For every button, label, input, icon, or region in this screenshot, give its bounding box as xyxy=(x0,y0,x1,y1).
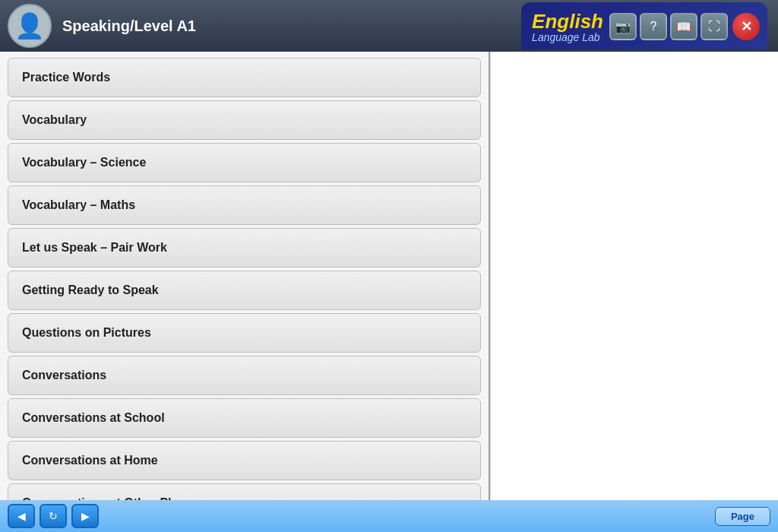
avatar-icon: 👤 xyxy=(14,11,45,40)
menu-item-4[interactable]: Let us Speak – Pair Work xyxy=(8,228,481,268)
menu-item-9[interactable]: Conversations at Home xyxy=(8,441,481,480)
right-panel xyxy=(490,52,778,532)
main-content: Practice WordsVocabularyVocabulary – Sci… xyxy=(0,52,778,532)
left-panel: Practice WordsVocabularyVocabulary – Sci… xyxy=(0,52,490,532)
footer: ◀ ↻ ▶ Page xyxy=(0,500,778,532)
brand-area: English Language Lab 📷 ? 📖 ⛶ ✕ xyxy=(521,2,767,49)
menu-item-8[interactable]: Conversations at School xyxy=(8,398,481,438)
refresh-icon: ↻ xyxy=(49,510,58,522)
menu-item-2[interactable]: Vocabulary – Science xyxy=(8,143,481,182)
prev-icon: ◀ xyxy=(17,510,26,522)
prev-button[interactable]: ◀ xyxy=(8,504,35,528)
help-button[interactable]: ? xyxy=(640,13,667,40)
menu-item-6[interactable]: Questions on Pictures xyxy=(8,313,481,353)
brand-text: English Language Lab xyxy=(532,11,603,43)
fullscreen-button[interactable]: ⛶ xyxy=(701,13,728,40)
menu-item-7[interactable]: Conversations xyxy=(8,356,481,395)
nav-buttons: ◀ ↻ ▶ xyxy=(8,504,99,528)
brand-english: English xyxy=(532,11,603,33)
brand-lab: Language Lab xyxy=(532,32,600,43)
help-icon: ? xyxy=(650,20,657,33)
fullscreen-icon: ⛶ xyxy=(708,20,720,33)
next-icon: ▶ xyxy=(81,510,90,522)
close-icon: ✕ xyxy=(741,18,752,35)
close-button[interactable]: ✕ xyxy=(732,13,760,40)
camera-button[interactable]: 📷 xyxy=(609,13,637,40)
book-icon: 📖 xyxy=(676,20,691,34)
menu-item-3[interactable]: Vocabulary – Maths xyxy=(8,185,481,225)
toolbar-icons: 📷 ? 📖 ⛶ ✕ xyxy=(609,13,760,40)
camera-icon: 📷 xyxy=(615,20,631,34)
next-button[interactable]: ▶ xyxy=(71,504,99,528)
menu-item-0[interactable]: Practice Words xyxy=(8,58,481,97)
menu-item-1[interactable]: Vocabulary xyxy=(8,100,481,140)
header-title: Speaking/Level A1 xyxy=(62,17,521,35)
avatar: 👤 xyxy=(8,4,52,48)
refresh-button[interactable]: ↻ xyxy=(40,504,67,528)
page-indicator: Page xyxy=(715,507,770,526)
menu-item-5[interactable]: Getting Ready to Speak xyxy=(8,271,481,310)
header: 👤 Speaking/Level A1 English Language Lab… xyxy=(0,0,778,52)
book-button[interactable]: 📖 xyxy=(670,13,697,40)
